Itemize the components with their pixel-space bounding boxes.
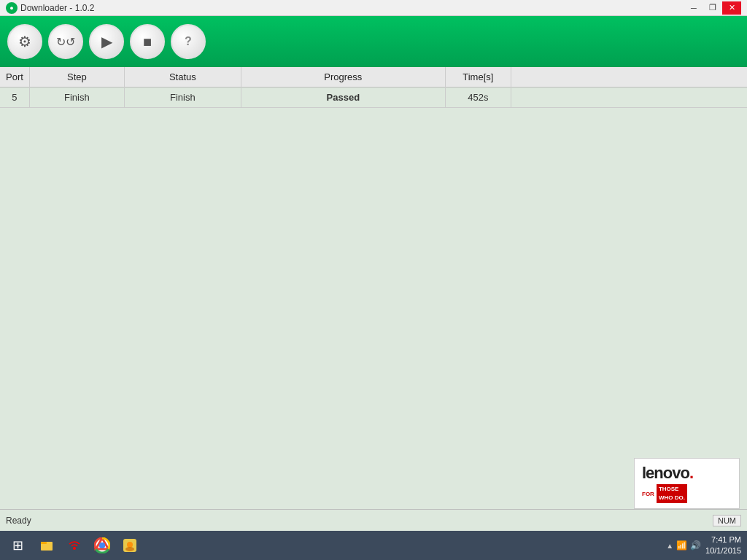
window-controls: ─ ❐ ✕ (684, 1, 741, 15)
col-header-port: Port (0, 67, 29, 88)
cell-step: Finish (29, 88, 124, 108)
status-text: Ready (6, 516, 31, 526)
taskbar: ⊞ (0, 531, 747, 560)
stop-button[interactable]: ■ (130, 24, 165, 59)
loop-button[interactable]: ↻↺ (48, 24, 83, 59)
help-button[interactable]: ? (171, 24, 206, 59)
col-header-step: Step (29, 67, 124, 88)
cell-progress: Passed (241, 88, 445, 108)
status-bar: Ready NUM (0, 509, 747, 531)
lenovo-brand-text: lenovo (642, 464, 689, 483)
app-window: ● Downloader - 1.0.2 ─ ❐ ✕ ⚙ ↻↺ ▶ ■ ? Po… (0, 0, 747, 560)
col-header-progress: Progress (241, 67, 445, 88)
lenovo-those: THOSE (659, 485, 685, 494)
cell-extra (511, 88, 747, 108)
taskbar-icon-fileexplorer[interactable] (34, 532, 60, 559)
num-indicator: NUM (713, 515, 741, 526)
col-header-status: Status (124, 67, 241, 88)
cell-status: Finish (124, 88, 241, 108)
app-icon: ● (6, 2, 18, 14)
title-bar: ● Downloader - 1.0.2 ─ ❐ ✕ (0, 0, 747, 16)
cell-time: 452s (445, 88, 511, 108)
clock-date: 10/1/2015 (705, 545, 741, 556)
data-table: Port Step Status Progress Time[s] 5 Fini… (0, 67, 747, 108)
svg-point-8 (125, 547, 134, 551)
taskbar-left: ⊞ (3, 532, 143, 559)
taskbar-icon-app[interactable] (117, 532, 143, 559)
minimize-button[interactable]: ─ (684, 1, 703, 15)
lenovo-who-do: WHO DO. (659, 494, 685, 502)
taskbar-icon-wifi[interactable] (61, 532, 88, 559)
col-header-extra (511, 67, 747, 88)
close-button[interactable]: ✕ (722, 1, 741, 15)
lenovo-dot: . (689, 464, 694, 483)
main-content: Port Step Status Progress Time[s] 5 Fini… (0, 67, 747, 509)
taskbar-right: ▲ 📶 🔊 7:41 PM 10/1/2015 (666, 534, 744, 557)
col-header-time: Time[s] (445, 67, 511, 88)
table-row: 5 Finish Finish Passed 452s (0, 88, 747, 108)
system-clock[interactable]: 7:41 PM 10/1/2015 (705, 534, 741, 557)
system-tray: ▲ 📶 🔊 (666, 540, 701, 551)
tray-network-icon: 📶 (676, 540, 687, 551)
clock-time: 7:41 PM (705, 534, 741, 545)
svg-point-2 (73, 547, 76, 550)
window-title: Downloader - 1.0.2 (20, 3, 94, 13)
lenovo-tagline: FOR THOSE WHO DO. (642, 484, 687, 503)
status-right: NUM (713, 515, 741, 526)
toolbar: ⚙ ↻↺ ▶ ■ ? (0, 16, 747, 67)
svg-rect-1 (41, 542, 47, 544)
svg-point-5 (99, 542, 105, 548)
lenovo-for: FOR (642, 491, 654, 497)
tray-arrow[interactable]: ▲ (666, 542, 673, 550)
taskbar-icon-chrome[interactable] (89, 532, 115, 559)
start-button[interactable]: ⊞ (3, 532, 32, 559)
table-header-row: Port Step Status Progress Time[s] (0, 67, 747, 88)
restore-button[interactable]: ❐ (703, 1, 722, 15)
settings-button[interactable]: ⚙ (7, 24, 42, 59)
cell-port: 5 (0, 88, 29, 108)
lenovo-logo: lenovo . FOR THOSE WHO DO. (634, 458, 740, 509)
svg-point-7 (127, 542, 133, 548)
run-button[interactable]: ▶ (89, 24, 124, 59)
lenovo-tagline-box: THOSE WHO DO. (657, 484, 687, 503)
tray-volume-icon: 🔊 (690, 540, 701, 551)
title-bar-left: ● Downloader - 1.0.2 (6, 2, 94, 14)
